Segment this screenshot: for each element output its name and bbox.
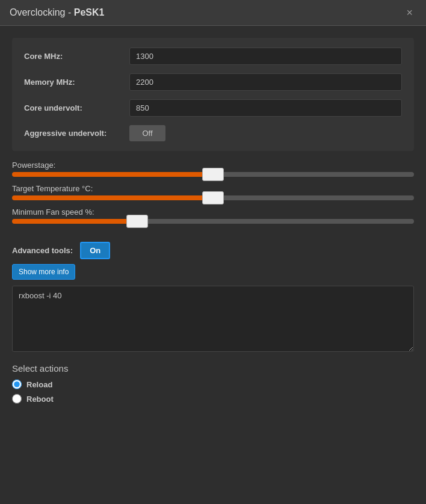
core-undervolt-label: Core undervolt: — [24, 103, 129, 112]
main-content: Core MHz: Memory MHz: Core undervolt: Ag… — [0, 26, 426, 504]
core-undervolt-input[interactable] — [129, 99, 402, 117]
device-name: PeSK1 — [74, 7, 105, 17]
aggressive-undervolt-toggle[interactable]: Off — [129, 125, 165, 141]
advanced-row: Advanced tools: On — [12, 242, 414, 259]
form-section: Core MHz: Memory MHz: Core undervolt: Ag… — [12, 38, 414, 151]
reload-radio-row[interactable]: Reload — [12, 380, 414, 389]
powerstage-group: Powerstage: — [12, 161, 414, 177]
memory-mhz-row: Memory MHz: — [24, 73, 402, 91]
powerstage-slider-wrapper — [12, 172, 414, 177]
min-fan-slider[interactable] — [12, 219, 414, 224]
close-button[interactable]: × — [403, 6, 416, 19]
reboot-label: Reboot — [26, 395, 54, 404]
target-temp-slider[interactable] — [12, 195, 414, 200]
title-bar: Overclocking - PeSK1 × — [0, 0, 426, 26]
advanced-section: Advanced tools: On Show more info — [12, 242, 414, 280]
overclocking-window: Overclocking - PeSK1 × Core MHz: Memory … — [0, 0, 426, 504]
min-fan-slider-wrapper — [12, 219, 414, 224]
memory-mhz-label: Memory MHz: — [24, 78, 129, 87]
show-more-button[interactable]: Show more info — [12, 264, 75, 280]
reload-radio[interactable] — [12, 380, 22, 389]
advanced-label: Advanced tools: — [12, 246, 73, 255]
textarea-section: rxboost -i 40 — [12, 286, 414, 354]
core-mhz-row: Core MHz: — [24, 48, 402, 65]
actions-title: Select actions — [12, 363, 414, 373]
show-more-row: Show more info — [12, 264, 414, 280]
reboot-radio[interactable] — [12, 394, 22, 404]
core-undervolt-row: Core undervolt: — [24, 99, 402, 117]
powerstage-slider[interactable] — [12, 172, 414, 177]
aggressive-undervolt-label: Aggressive undervolt: — [24, 129, 129, 138]
actions-section: Select actions Reload Reboot — [12, 363, 414, 414]
window-title: Overclocking - PeSK1 — [10, 7, 104, 18]
core-mhz-input[interactable] — [129, 48, 402, 65]
min-fan-group: Minimum Fan speed %: — [12, 207, 414, 224]
reboot-radio-row[interactable]: Reboot — [12, 394, 414, 404]
target-temp-slider-wrapper — [12, 195, 414, 200]
advanced-toggle[interactable]: On — [80, 242, 110, 259]
aggressive-undervolt-row: Aggressive undervolt: Off — [24, 125, 402, 141]
reload-label: Reload — [26, 380, 52, 389]
target-temp-group: Target Temperature °C: — [12, 184, 414, 200]
core-mhz-label: Core MHz: — [24, 52, 129, 61]
memory-mhz-input[interactable] — [129, 73, 402, 91]
sliders-section: Powerstage: Target Temperature °C: Minim… — [12, 161, 414, 236]
advanced-textarea[interactable]: rxboost -i 40 — [12, 286, 414, 352]
